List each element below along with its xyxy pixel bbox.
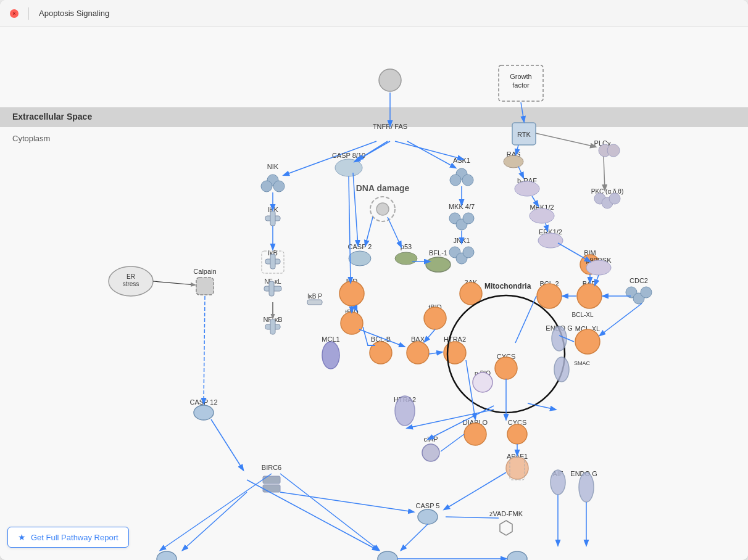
casp2-label: CASP 2 (348, 243, 372, 250)
calpain-label: Calpain (193, 268, 216, 275)
svg-point-85 (515, 181, 539, 196)
zvad-label: zVAD-FMK (489, 510, 523, 517)
growth-factor-label: Growth (510, 73, 531, 80)
cdc2-label: CDC2 (630, 277, 648, 284)
pathway-diagram: Extracellular Space Cytoplasm Growth fac… (0, 27, 748, 560)
svg-point-73 (194, 405, 214, 420)
app-window: × Apoptosis Signaling Extracellular Spac… (0, 0, 748, 560)
svg-point-61 (552, 326, 567, 351)
svg-point-10 (273, 181, 285, 192)
svg-point-38 (424, 307, 446, 329)
svg-point-16 (462, 175, 473, 186)
svg-point-47 (463, 213, 474, 224)
svg-point-55 (577, 284, 602, 308)
svg-point-67 (464, 423, 486, 445)
pathway-content: Extracellular Space Cytoplasm Growth fac… (0, 27, 748, 560)
svg-point-62 (495, 357, 517, 379)
svg-point-43 (460, 282, 482, 305)
smac-label: SMAC (574, 360, 591, 366)
dna-damage-label: DNA damage (356, 183, 410, 193)
svg-rect-22 (270, 254, 275, 269)
svg-rect-25 (269, 281, 274, 296)
svg-point-88 (586, 260, 611, 275)
svg-rect-19 (270, 211, 275, 226)
bclxl-label: BCL-XL (571, 311, 593, 318)
svg-point-65 (395, 396, 415, 426)
svg-point-12 (335, 159, 362, 176)
window-title: Apoptosis Signaling (39, 9, 109, 18)
cytoplasm-label: Cytoplasm (12, 134, 50, 143)
svg-point-90 (607, 144, 620, 157)
ikbp-label: IκB P (307, 293, 322, 300)
svg-point-33 (349, 251, 371, 266)
svg-point-87 (538, 233, 563, 248)
ciap-label: cIAP (423, 435, 438, 443)
svg-point-71 (551, 470, 565, 495)
svg-point-41 (407, 342, 429, 364)
svg-point-32 (376, 203, 389, 215)
svg-point-84 (504, 155, 523, 168)
svg-point-4 (379, 69, 401, 91)
p53-label: p53 (401, 243, 412, 250)
svg-point-72 (579, 472, 594, 502)
svg-text:factor: factor (512, 81, 530, 89)
svg-point-34 (395, 252, 417, 265)
full-pathway-report-button[interactable]: ★ Get Full Pathway Report (7, 527, 129, 548)
svg-text:stress: stress (123, 281, 139, 287)
svg-point-39 (322, 342, 339, 369)
svg-point-69 (506, 457, 528, 479)
star-icon: ★ (18, 532, 26, 542)
nik-label: NIK (267, 163, 279, 170)
ask1-label: ASK1 (453, 157, 470, 164)
svg-point-93 (609, 193, 620, 204)
er-stress-label: ER (127, 273, 135, 280)
titlebar-divider (28, 7, 29, 20)
titlebar: × Apoptosis Signaling (0, 0, 748, 27)
svg-point-36 (341, 312, 363, 334)
svg-point-86 (530, 208, 554, 223)
svg-rect-75 (263, 485, 280, 492)
casp5-label: CASP 5 (416, 502, 440, 509)
rtk-label: RTK (517, 131, 531, 138)
svg-point-58 (641, 287, 652, 298)
svg-point-35 (339, 281, 364, 306)
svg-point-54 (537, 284, 562, 308)
svg-point-64 (554, 357, 569, 382)
bfl1-label: BFL-1 (429, 249, 447, 257)
svg-point-68 (507, 424, 527, 444)
svg-rect-27 (307, 300, 322, 305)
mitochondria-label: Mitochondria (484, 282, 531, 290)
birc6-label: BIRC6 (262, 464, 281, 471)
svg-rect-83 (196, 278, 214, 295)
svg-point-15 (450, 175, 461, 186)
svg-point-51 (463, 247, 474, 258)
svg-point-44 (426, 257, 451, 272)
svg-point-9 (261, 181, 272, 192)
svg-point-66 (422, 444, 439, 461)
svg-point-77 (418, 509, 438, 524)
svg-rect-29 (270, 319, 275, 334)
extracellular-label: Extracellular Space (12, 112, 92, 121)
close-button[interactable]: × (10, 9, 19, 18)
button-label: Get Full Pathway Report (31, 533, 118, 542)
svg-point-63 (473, 373, 492, 392)
svg-point-60 (575, 329, 600, 354)
svg-rect-74 (263, 476, 280, 484)
pkc-label: PKC (α,δ,θ) (591, 188, 623, 195)
